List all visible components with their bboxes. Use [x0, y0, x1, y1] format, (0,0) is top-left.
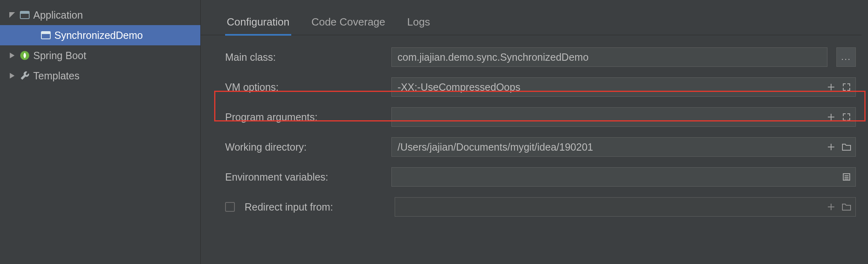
main-class-input[interactable] [391, 47, 827, 67]
config-tabs: Configuration Code Coverage Logs [201, 4, 862, 35]
application-icon [41, 30, 51, 40]
collapse-arrow-icon [8, 53, 16, 58]
tab-code-coverage[interactable]: Code Coverage [310, 14, 387, 35]
insert-macro-icon[interactable] [826, 142, 836, 152]
expand-arrow-icon [8, 12, 16, 18]
main-panel: Configuration Code Coverage Logs Main cl… [201, 0, 868, 264]
label-env-vars: Environment variables: [201, 171, 387, 183]
label-main-class: Main class: [201, 51, 387, 63]
row-program-args: Program arguments: [201, 107, 856, 127]
label-redirect-input: Redirect input from: [245, 201, 391, 213]
expand-field-icon[interactable] [841, 82, 852, 92]
tree-label-spring-boot: Spring Boot [33, 45, 86, 66]
working-dir-input[interactable] [391, 137, 856, 157]
label-vm-options: VM options: [201, 81, 387, 93]
insert-macro-icon[interactable] [826, 82, 836, 92]
tree-label-templates: Templates [33, 66, 79, 86]
row-main-class: Main class: ... [201, 47, 856, 67]
row-vm-options: VM options: [201, 77, 856, 97]
spring-boot-icon [19, 50, 30, 61]
redirect-input-field [395, 197, 856, 217]
label-working-dir: Working directory: [201, 141, 387, 153]
expand-field-icon[interactable] [841, 112, 852, 122]
tab-logs[interactable]: Logs [406, 14, 432, 35]
tab-configuration[interactable]: Configuration [225, 15, 291, 36]
collapse-arrow-icon [8, 73, 16, 79]
configuration-form: Main class: ... VM options: [201, 35, 862, 227]
svg-rect-1 [20, 11, 29, 14]
browse-folder-icon[interactable] [841, 142, 852, 152]
edit-list-icon[interactable] [841, 172, 852, 182]
env-vars-input[interactable] [391, 167, 856, 187]
insert-macro-icon[interactable] [826, 202, 836, 212]
wrench-icon [19, 70, 30, 81]
tree-label-application: Application [33, 5, 83, 25]
row-redirect-input: Redirect input from: [201, 197, 856, 217]
svg-rect-3 [41, 32, 50, 34]
tree-node-application[interactable]: Application [0, 5, 200, 25]
browse-folder-icon[interactable] [841, 202, 852, 212]
tree-node-synchronizeddemo[interactable]: SynchronizedDemo [0, 25, 200, 45]
browse-main-class-button[interactable]: ... [836, 47, 856, 67]
vm-options-input[interactable] [391, 77, 856, 97]
row-env-vars: Environment variables: [201, 167, 856, 187]
redirect-input-checkbox[interactable] [225, 202, 235, 212]
tree-node-templates[interactable]: Templates [0, 66, 200, 86]
program-args-input[interactable] [391, 107, 856, 127]
insert-macro-icon[interactable] [826, 112, 836, 122]
run-config-tree: Application SynchronizedDemo Spring Boot [0, 0, 201, 264]
row-working-dir: Working directory: [201, 137, 856, 157]
tree-node-spring-boot[interactable]: Spring Boot [0, 45, 200, 66]
tree-label-synchronizeddemo: SynchronizedDemo [54, 25, 143, 45]
application-icon [19, 10, 30, 20]
label-program-args: Program arguments: [201, 111, 387, 123]
